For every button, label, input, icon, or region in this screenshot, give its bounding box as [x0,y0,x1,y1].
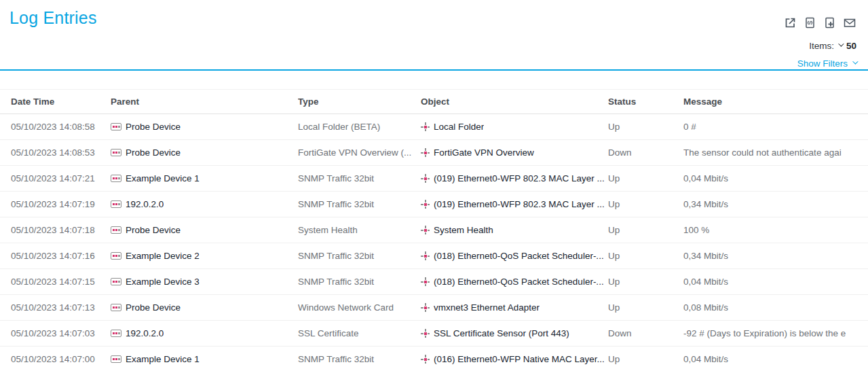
cell-date-time: 05/10/2023 14:07:18 [0,225,111,235]
cell-date-time: 05/10/2023 14:07:15 [0,277,111,287]
cell-object: (018) Ethernet0-QoS Packet Scheduler-... [421,277,608,287]
cell-date-time: 05/10/2023 14:08:53 [0,147,111,158]
cell-status: Up [608,122,683,132]
cell-type: SNMP Traffic 32bit [298,199,421,209]
column-header-status[interactable]: Status [608,96,683,107]
parent-link[interactable]: Probe Device [126,302,181,313]
column-header-date-time[interactable]: Date Time [0,96,111,107]
parent-link[interactable]: Probe Device [126,147,181,158]
object-link[interactable]: (018) Ethernet0-QoS Packet Scheduler-... [434,251,604,261]
cell-status: Up [608,173,683,183]
parent-link[interactable]: Example Device 3 [126,277,200,287]
parent-link[interactable]: 192.0.2.0 [126,328,164,338]
cell-object: (019) Ethernet0-WFP 802.3 MAC Layer ... [421,173,608,183]
sensor-icon [421,355,430,364]
device-icon [111,149,121,156]
object-link[interactable]: FortiGate VPN Overview [434,147,534,158]
cell-type: SNMP Traffic 32bit [298,251,421,261]
cell-message: The sensor could not authenticate agai [683,147,868,158]
table-row: 05/10/2023 14:07:18 Probe Device System … [0,217,868,243]
cell-message: 0,34 Mbit/s [683,199,868,209]
parent-link[interactable]: Example Device 1 [126,354,200,364]
cell-message: 0,08 Mbit/s [683,302,868,313]
cell-type: SNMP Traffic 32bit [298,173,421,183]
object-link[interactable]: (016) Ethernet0-WFP Native MAC Layer... [434,354,605,364]
cell-date-time: 05/10/2023 14:07:16 [0,251,111,261]
cell-parent: Example Device 2 [111,251,298,261]
open-in-new-window-icon[interactable] [783,16,797,30]
cell-message: 100 % [683,225,868,235]
column-header-parent[interactable]: Parent [111,96,298,107]
object-link[interactable]: (019) Ethernet0-WFP 802.3 MAC Layer ... [434,199,605,209]
cell-status: Down [608,328,683,338]
cell-parent: Probe Device [111,302,298,313]
cell-object: (018) Ethernet0-QoS Packet Scheduler-... [421,251,608,261]
sensor-icon [421,251,430,260]
sensor-icon [421,303,430,312]
parent-link[interactable]: Probe Device [126,225,181,235]
cell-object: System Health [421,225,608,235]
cell-date-time: 05/10/2023 14:07:19 [0,199,111,209]
cell-message: 0,04 Mbit/s [683,277,868,287]
sensor-icon [421,122,430,131]
parent-link[interactable]: 192.0.2.0 [126,199,164,209]
column-header-type[interactable]: Type [298,96,421,107]
email-icon[interactable] [842,16,857,30]
cell-status: Down [608,147,683,158]
cell-type: FortiGate VPN Overview (... [298,147,421,158]
parent-link[interactable]: Probe Device [126,122,181,132]
object-link[interactable]: (018) Ethernet0-QoS Packet Scheduler-... [434,277,604,287]
object-link[interactable]: System Health [434,225,493,235]
device-icon [111,278,121,285]
column-header-object[interactable]: Object [421,96,608,107]
sensor-icon [421,200,430,209]
object-link[interactable]: vmxnet3 Ethernet Adapter [434,302,540,313]
xml-export-icon[interactable] [803,16,817,30]
cell-date-time: 05/10/2023 14:07:21 [0,173,111,183]
cell-parent: 192.0.2.0 [111,199,298,209]
table-row: 05/10/2023 14:07:16 Example Device 2 SNM… [0,243,868,269]
cell-object: (019) Ethernet0-WFP 802.3 MAC Layer ... [421,199,608,209]
page-title: Log Entries [10,8,97,28]
cell-parent: Probe Device [111,225,298,235]
cell-type: SNMP Traffic 32bit [298,354,421,364]
sensor-icon [421,148,430,157]
sensor-icon [421,277,430,286]
chevron-down-icon[interactable] [838,41,844,46]
cell-parent: Example Device 3 [111,277,298,287]
header-divider [0,69,868,71]
column-header-message[interactable]: Message [683,96,868,107]
cell-parent: 192.0.2.0 [111,328,298,338]
cell-date-time: 05/10/2023 14:07:03 [0,328,111,338]
device-icon [111,123,121,130]
cell-parent: Probe Device [111,122,298,132]
cell-object: (016) Ethernet0-WFP Native MAC Layer... [421,354,608,364]
show-filters-label: Show Filters [797,58,848,69]
cell-message: 0,04 Mbit/s [683,173,868,183]
table-row: 05/10/2023 14:07:21 Example Device 1 SNM… [0,166,868,192]
device-icon [111,252,121,260]
cell-object: vmxnet3 Ethernet Adapter [421,302,608,313]
table-row: 05/10/2023 14:08:58 Probe Device Local F… [0,114,868,140]
cell-object: Local Folder [421,122,608,132]
cell-status: Up [608,277,683,287]
table-row: 05/10/2023 14:08:53 Probe Device FortiGa… [0,140,868,166]
object-link[interactable]: (019) Ethernet0-WFP 802.3 MAC Layer ... [434,173,605,183]
cell-parent: Example Device 1 [111,354,298,364]
object-link[interactable]: Local Folder [434,122,484,132]
add-report-icon[interactable] [823,16,837,30]
cell-parent: Example Device 1 [111,173,298,183]
items-per-page-control[interactable]: Items: 50 [809,41,856,51]
device-icon [111,226,121,234]
table-row: 05/10/2023 14:07:00 Example Device 1 SNM… [0,347,868,369]
device-icon [111,175,121,182]
parent-link[interactable]: Example Device 1 [126,173,200,183]
table-row: 05/10/2023 14:07:03 192.0.2.0 SSL Certif… [0,321,868,347]
cell-status: Up [608,302,683,313]
parent-link[interactable]: Example Device 2 [126,251,200,261]
device-icon [111,304,121,311]
show-filters-link[interactable]: Show Filters [797,58,856,69]
table-header: Date Time Parent Type Object Status Mess… [0,89,868,114]
object-link[interactable]: SSL Certificate Sensor (Port 443) [434,328,569,338]
cell-message: -92 # (Days to Expiration) is below the … [683,328,868,338]
